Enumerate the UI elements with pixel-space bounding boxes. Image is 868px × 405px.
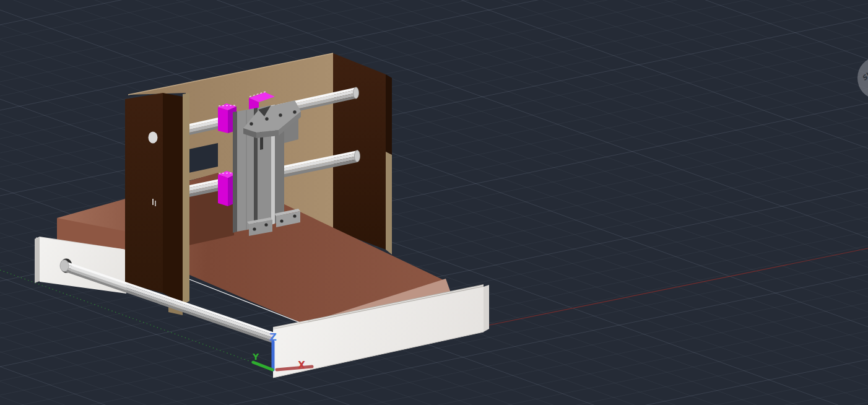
ucs-y-label: Y: [252, 352, 259, 362]
right-column-edge-strip: [386, 152, 392, 255]
panel-edge-strip: [183, 93, 189, 305]
ucs-x-label: X: [298, 360, 305, 371]
ucs-z-label: Z: [269, 331, 277, 343]
column-mark-1: [152, 199, 154, 205]
column-hole: [149, 132, 158, 144]
cad-viewport[interactable]: Z Y X SW: [0, 0, 868, 405]
y-rod-end-cap: [60, 260, 69, 272]
left-column[interactable]: [125, 93, 183, 315]
lower-rod-end-cap: [355, 150, 360, 162]
upper-rod-end-cap: [354, 87, 359, 98]
viewport-canvas[interactable]: Z Y X SW: [0, 0, 868, 405]
column-mark-2: [155, 201, 156, 206]
